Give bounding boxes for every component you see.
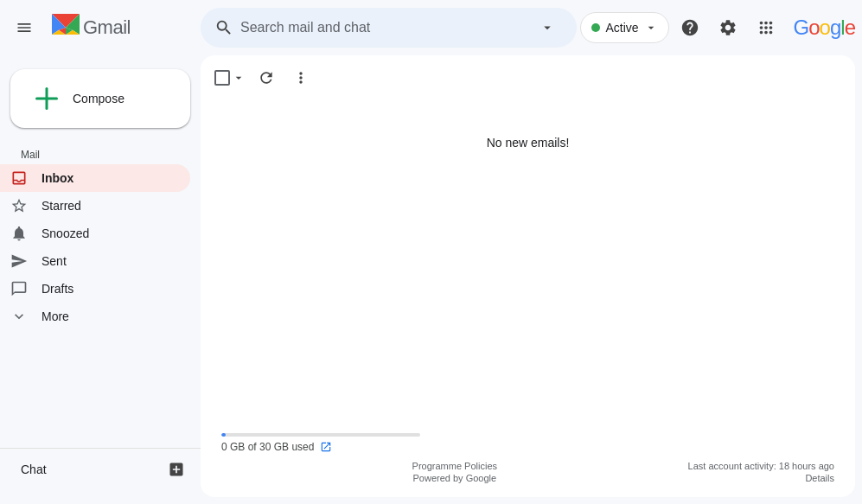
- sidebar-item-sent[interactable]: Sent: [0, 247, 190, 275]
- sidebar: Compose Mail Inbox Starred: [0, 55, 201, 504]
- help-button[interactable]: [673, 10, 707, 45]
- footer-links: Programme Policies Powered by Google Las…: [221, 457, 834, 483]
- snoozed-icon: [10, 225, 28, 242]
- chat-section: Chat: [0, 448, 201, 490]
- storage-used-text: 0 GB of 30 GB used: [221, 441, 314, 453]
- header: Gmail Active: [0, 0, 862, 55]
- select-all-wrap: [214, 69, 247, 86]
- app-body: Compose Mail Inbox Starred: [0, 55, 862, 504]
- sidebar-bottom: Chat: [0, 441, 201, 497]
- mail-section-label: Mail: [0, 142, 201, 164]
- svg-rect-8: [46, 87, 48, 110]
- menu-button[interactable]: [7, 10, 42, 45]
- sidebar-item-drafts[interactable]: Drafts: [0, 275, 190, 303]
- toolbar: [201, 55, 855, 101]
- active-badge[interactable]: Active: [580, 12, 668, 43]
- select-all-checkbox[interactable]: [214, 70, 230, 86]
- powered-by-link: Powered by Google: [412, 473, 496, 483]
- open-storage-link[interactable]: [319, 440, 333, 454]
- no-emails-message: No new emails!: [487, 136, 570, 150]
- sidebar-item-snoozed-label: Snoozed: [42, 226, 180, 240]
- search-input[interactable]: [240, 20, 525, 35]
- add-chat-button[interactable]: [163, 456, 190, 483]
- storage-bar-fill: [221, 433, 226, 437]
- header-right: Active Google: [580, 10, 855, 45]
- inbox-icon: [10, 169, 28, 187]
- email-content: No new emails!: [201, 101, 855, 419]
- storage-text-row: 0 GB of 30 GB used: [221, 440, 834, 454]
- search-icon: [214, 18, 233, 37]
- sidebar-item-sent-label: Sent: [42, 254, 180, 268]
- search-bar[interactable]: [201, 8, 577, 48]
- storage-section: 0 GB of 30 GB used: [221, 433, 834, 454]
- active-label: Active: [605, 21, 638, 35]
- sidebar-item-drafts-label: Drafts: [42, 282, 180, 296]
- more-toolbar-button[interactable]: [285, 62, 316, 93]
- chat-label: Chat: [21, 463, 47, 476]
- select-dropdown-button[interactable]: [230, 69, 247, 86]
- header-left: Gmail: [7, 10, 197, 45]
- gmail-logo-text: Gmail: [83, 16, 131, 39]
- sent-icon: [10, 252, 28, 270]
- storage-bar: [221, 433, 420, 437]
- settings-button[interactable]: [711, 10, 745, 45]
- sidebar-item-snoozed[interactable]: Snoozed: [0, 220, 190, 247]
- footer-center: Programme Policies Powered by Google: [412, 461, 497, 483]
- search-dropdown-button[interactable]: [532, 12, 563, 43]
- sidebar-item-starred[interactable]: Starred: [0, 192, 190, 220]
- active-dot: [591, 23, 600, 32]
- programme-policies-link[interactable]: Programme Policies: [412, 461, 497, 471]
- footer: 0 GB of 30 GB used Programme Policies Po…: [201, 419, 855, 497]
- more-icon: [10, 308, 28, 325]
- compose-label: Compose: [73, 92, 125, 105]
- main-content: No new emails! 0 GB of 30 GB used: [201, 55, 855, 497]
- apps-button[interactable]: [749, 10, 783, 45]
- compose-plus-icon: [31, 83, 62, 114]
- last-activity-text: Last account activity: 18 hours ago: [688, 461, 834, 471]
- sidebar-item-more[interactable]: More: [0, 303, 190, 330]
- sidebar-item-inbox[interactable]: Inbox: [0, 164, 190, 192]
- drafts-icon: [10, 280, 28, 297]
- sidebar-item-starred-label: Starred: [42, 199, 180, 213]
- sidebar-item-more-label: More: [42, 309, 180, 323]
- compose-button[interactable]: Compose: [10, 69, 190, 128]
- sidebar-item-inbox-label: Inbox: [42, 171, 180, 185]
- starred-icon: [10, 197, 28, 214]
- refresh-button[interactable]: [251, 62, 282, 93]
- google-logo: Google: [794, 16, 855, 40]
- details-link[interactable]: Details: [805, 473, 834, 483]
- gmail-logo[interactable]: Gmail: [45, 10, 137, 45]
- footer-right: Last account activity: 18 hours ago Deta…: [688, 461, 834, 483]
